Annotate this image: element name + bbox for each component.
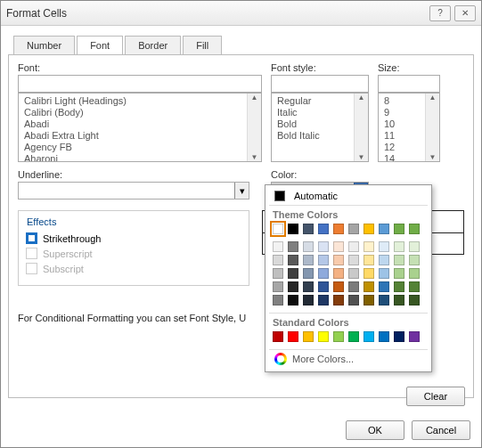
color-swatch[interactable] xyxy=(318,295,329,305)
color-swatch[interactable] xyxy=(364,241,374,252)
color-swatch[interactable] xyxy=(318,241,329,252)
color-swatch[interactable] xyxy=(348,224,359,234)
scrollbar[interactable]: ▲▼ xyxy=(247,94,261,161)
color-swatch[interactable] xyxy=(364,281,374,292)
tab-number[interactable]: Number xyxy=(13,36,75,55)
color-swatch[interactable] xyxy=(379,268,389,279)
list-item[interactable]: Abadi Extra Light xyxy=(19,130,261,142)
color-swatch[interactable] xyxy=(318,255,329,265)
color-swatch[interactable] xyxy=(303,241,314,252)
tab-fill[interactable]: Fill xyxy=(183,36,222,55)
color-swatch[interactable] xyxy=(273,224,283,234)
color-swatch[interactable] xyxy=(394,268,404,279)
superscript-checkbox[interactable]: Superscript xyxy=(26,246,241,261)
help-button[interactable]: ? xyxy=(429,5,451,21)
size-input[interactable] xyxy=(378,75,440,93)
color-swatch[interactable] xyxy=(348,241,359,252)
color-swatch[interactable] xyxy=(409,268,420,279)
color-swatch[interactable] xyxy=(379,241,389,252)
color-swatch[interactable] xyxy=(409,255,420,265)
color-swatch[interactable] xyxy=(394,295,404,305)
color-swatch[interactable] xyxy=(348,255,359,265)
color-swatch[interactable] xyxy=(379,224,389,234)
color-swatch[interactable] xyxy=(394,255,404,265)
color-swatch[interactable] xyxy=(288,241,298,252)
scrollbar[interactable]: ▲▼ xyxy=(354,94,368,161)
color-swatch[interactable] xyxy=(303,331,314,342)
color-swatch[interactable] xyxy=(333,281,344,292)
color-swatch[interactable] xyxy=(379,281,389,292)
color-swatch[interactable] xyxy=(273,255,283,265)
ok-button[interactable]: OK xyxy=(346,420,404,440)
color-swatch[interactable] xyxy=(379,255,389,265)
color-swatch[interactable] xyxy=(273,331,283,342)
color-swatch[interactable] xyxy=(394,331,404,342)
color-swatch[interactable] xyxy=(288,295,298,305)
color-swatch[interactable] xyxy=(288,281,298,292)
more-colors-option[interactable]: More Colors... xyxy=(269,349,428,368)
color-swatch[interactable] xyxy=(303,281,314,292)
color-swatch[interactable] xyxy=(303,268,314,279)
cancel-button[interactable]: Cancel xyxy=(412,420,470,440)
color-swatch[interactable] xyxy=(348,268,359,279)
color-swatch[interactable] xyxy=(318,281,329,292)
list-item[interactable]: Abadi xyxy=(19,118,261,130)
color-swatch[interactable] xyxy=(348,331,359,342)
color-swatch[interactable] xyxy=(409,295,420,305)
list-item[interactable]: Agency FB xyxy=(19,142,261,153)
color-swatch[interactable] xyxy=(303,295,314,305)
chevron-down-icon[interactable]: ▾ xyxy=(234,183,249,199)
color-swatch[interactable] xyxy=(288,331,298,342)
color-swatch[interactable] xyxy=(303,224,314,234)
color-swatch[interactable] xyxy=(333,241,344,252)
color-swatch[interactable] xyxy=(379,295,389,305)
color-swatch[interactable] xyxy=(409,224,420,234)
color-swatch[interactable] xyxy=(394,224,404,234)
list-item[interactable]: Calibri Light (Headings) xyxy=(19,95,261,107)
color-swatch[interactable] xyxy=(409,241,420,252)
color-swatch[interactable] xyxy=(364,255,374,265)
color-swatch[interactable] xyxy=(348,281,359,292)
underline-combo[interactable]: ▾ xyxy=(18,182,249,200)
color-swatch[interactable] xyxy=(333,295,344,305)
size-list[interactable]: 8 9 10 11 12 14 ▲▼ xyxy=(378,93,440,162)
color-swatch[interactable] xyxy=(273,295,283,305)
color-swatch[interactable] xyxy=(288,268,298,279)
automatic-option[interactable]: Automatic xyxy=(269,189,428,203)
list-item[interactable]: Calibri (Body) xyxy=(19,107,261,118)
color-swatch[interactable] xyxy=(364,224,374,234)
color-swatch[interactable] xyxy=(318,331,329,342)
color-swatch[interactable] xyxy=(333,331,344,342)
tab-font[interactable]: Font xyxy=(77,36,123,55)
close-button[interactable]: ✕ xyxy=(454,5,476,21)
subscript-checkbox[interactable]: Subscript xyxy=(26,261,241,276)
color-swatch[interactable] xyxy=(333,268,344,279)
color-swatch[interactable] xyxy=(364,268,374,279)
strikethrough-checkbox[interactable]: Strikethrough xyxy=(26,231,241,246)
color-swatch[interactable] xyxy=(348,295,359,305)
fontstyle-list[interactable]: Regular Italic Bold Bold Italic ▲▼ xyxy=(271,93,369,162)
color-swatch[interactable] xyxy=(288,224,298,234)
color-swatch[interactable] xyxy=(333,224,344,234)
color-swatch[interactable] xyxy=(333,255,344,265)
color-swatch[interactable] xyxy=(273,268,283,279)
color-swatch[interactable] xyxy=(364,331,374,342)
color-swatch[interactable] xyxy=(288,255,298,265)
color-swatch[interactable] xyxy=(379,331,389,342)
color-swatch[interactable] xyxy=(409,281,420,292)
fontstyle-input[interactable] xyxy=(271,75,369,93)
list-item[interactable]: Aharoni xyxy=(19,153,261,162)
color-swatch[interactable] xyxy=(394,281,404,292)
scrollbar[interactable]: ▲▼ xyxy=(425,94,439,161)
color-swatch[interactable] xyxy=(409,331,420,342)
color-swatch[interactable] xyxy=(273,241,283,252)
color-swatch[interactable] xyxy=(303,255,314,265)
color-swatch[interactable] xyxy=(318,224,329,234)
clear-button[interactable]: Clear xyxy=(406,387,465,406)
color-swatch[interactable] xyxy=(273,281,283,292)
color-swatch[interactable] xyxy=(364,295,374,305)
tab-border[interactable]: Border xyxy=(125,36,181,55)
font-list[interactable]: Calibri Light (Headings) Calibri (Body) … xyxy=(18,93,262,162)
color-swatch[interactable] xyxy=(318,268,329,279)
font-input[interactable] xyxy=(18,75,262,93)
